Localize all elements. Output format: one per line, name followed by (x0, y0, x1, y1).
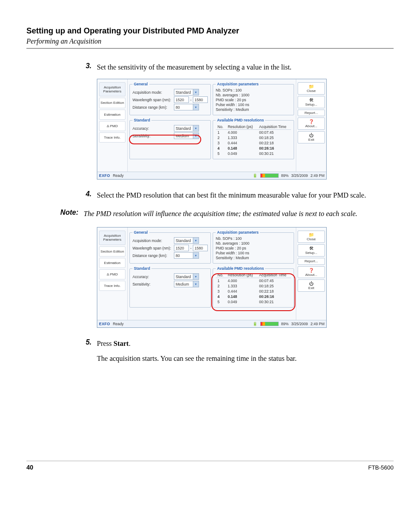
cell: 00:18:25 (258, 283, 291, 289)
button-label: About... (305, 124, 317, 128)
acquisition-parameters-list: Nb. SOPs : 100 Nb. averages : 1000 PMD s… (216, 236, 291, 261)
param-line: Pulse width : 100 ns (216, 103, 291, 107)
button-label: About... (305, 273, 317, 277)
cell: 1 (216, 130, 226, 136)
nav-delta-pmd[interactable]: Δ PMD (99, 269, 125, 279)
legend-acquisition-parameters: Acquisition parameters (216, 82, 260, 86)
combo-distance-range[interactable]: 80 ▾ (174, 104, 199, 110)
step-number: 5. (79, 338, 97, 364)
chevron-down-icon: ▾ (193, 104, 199, 110)
label-distance-range: Distance range (km): (133, 253, 174, 258)
resolutions-table[interactable]: No. Resolution (ps) Acquisition Time 14.… (216, 272, 291, 305)
close-button[interactable]: 📁Close (298, 231, 325, 243)
nav-section-edition[interactable]: Section Edition (99, 98, 125, 108)
combo-value: Medium (174, 282, 193, 286)
input-wavelength-to[interactable]: 1580 (193, 96, 208, 103)
combo-value: 80 (174, 253, 193, 258)
cell: 2 (216, 283, 226, 289)
combo-value: Standard (174, 90, 193, 95)
chevron-down-icon: ▾ (193, 274, 199, 279)
table-row[interactable]: 50.04900:30:21 (216, 151, 291, 156)
input-wavelength-from[interactable]: 1520 (174, 96, 189, 103)
step-number: 3. (79, 62, 97, 73)
report-button[interactable]: Report... (298, 110, 325, 117)
setup-button[interactable]: 🛠Setup... (298, 96, 325, 108)
action-column: 📁Close 🛠Setup... Report... ❓About... ⏻Ex… (296, 79, 326, 172)
cell: 0.444 (226, 289, 257, 294)
about-button[interactable]: ❓About... (298, 266, 325, 279)
status-time: 2:49 PM (310, 173, 324, 178)
status-date: 3/25/2009 (291, 173, 308, 178)
combo-acquisition-mode[interactable]: Standard ▾ (174, 89, 199, 95)
table-row[interactable]: 21.33300:18:25 (216, 283, 291, 289)
app-window: Acquisition Parameters Section Edition E… (97, 227, 327, 328)
table-row[interactable]: 14.00000:07:45 (216, 278, 291, 284)
table-row[interactable]: 30.44400:22:18 (216, 289, 291, 294)
cell: 0.148 (226, 146, 257, 151)
fieldset-standard: Standard Accuracy: Standard ▾ Sensitivit… (129, 118, 211, 159)
cell: 4.000 (226, 130, 257, 136)
label-wavelength-span: Wavelength span (nm): (133, 98, 174, 102)
combo-accuracy[interactable]: Standard▾ (174, 273, 199, 280)
legend-resolutions: Available PMD resolutions (216, 266, 265, 271)
nav-trace-info[interactable]: Trace Info. (99, 132, 125, 143)
col-no: No. (216, 124, 226, 130)
table-row[interactable]: 40.14800:26:16 (216, 294, 291, 299)
status-battery-icon: 🔋 (253, 173, 258, 178)
input-wavelength-from[interactable]: 1520 (174, 245, 189, 251)
report-button[interactable]: Report... (298, 258, 325, 265)
step-after-text: The acquisition starts. You can see the … (97, 353, 394, 364)
status-text: Ready (113, 322, 124, 326)
status-battery-icon: 🔋 (253, 322, 258, 326)
brand-label: EXFO (99, 322, 110, 326)
combo-acquisition-mode[interactable]: Standard▾ (174, 237, 199, 244)
nav-acquisition-parameters[interactable]: Acquisition Parameters (99, 82, 125, 96)
table-row[interactable]: 14.00000:07:45 (216, 130, 291, 136)
table-row[interactable]: 50.04900:30:21 (216, 299, 291, 305)
page-heading: Setting up and Operating your Distribute… (26, 26, 394, 36)
combo-sensitivity[interactable]: Medium ▾ (174, 132, 199, 139)
nav-estimation[interactable]: Estimation (99, 110, 125, 120)
status-text: Ready (113, 173, 124, 178)
about-button[interactable]: ❓About... (298, 117, 325, 130)
combo-value: Standard (174, 238, 193, 243)
question-icon: ❓ (298, 268, 324, 273)
cell: 4 (216, 146, 226, 151)
close-button[interactable]: 📁Close (298, 82, 325, 95)
fieldset-standard: Standard Accuracy: Standard▾ Sensitivity… (129, 266, 211, 308)
power-icon: ⏻ (298, 133, 324, 138)
table-row[interactable]: 30.44400:22:18 (216, 140, 291, 146)
cell: 4.000 (226, 278, 257, 284)
button-label: Exit (308, 138, 314, 142)
exit-button[interactable]: ⏻Exit (298, 131, 325, 143)
exit-button[interactable]: ⏻Exit (298, 279, 325, 292)
legend-acquisition-parameters: Acquisition parameters (216, 230, 260, 235)
fieldset-resolutions: Available PMD resolutions No. Resolution… (213, 118, 294, 159)
nav-delta-pmd[interactable]: Δ PMD (99, 121, 125, 131)
status-bar: EXFO Ready 🔋 89% 3/25/2009 2:49 PM (97, 172, 326, 179)
input-wavelength-to[interactable]: 1580 (193, 245, 208, 251)
param-line: Nb. SOPs : 100 (216, 88, 291, 93)
main-panel: General Acquisition mode: Standard▾ Wave… (128, 227, 296, 320)
cell: 00:07:45 (258, 130, 291, 136)
combo-value: 80 (174, 105, 193, 110)
table-row[interactable]: 21.33300:18:25 (216, 135, 291, 140)
nav-trace-info[interactable]: Trace Info. (99, 281, 125, 291)
combo-distance-range[interactable]: 80▾ (174, 252, 199, 259)
nav-estimation[interactable]: Estimation (99, 258, 125, 268)
nav-acquisition-parameters[interactable]: Acquisition Parameters (99, 231, 125, 245)
cell: 3 (216, 289, 226, 294)
combo-value: Medium (174, 134, 193, 138)
table-row[interactable]: 40.14800:26:16 (216, 146, 291, 151)
combo-accuracy[interactable]: Standard ▾ (174, 125, 199, 132)
cell: 2 (216, 135, 226, 140)
question-icon: ❓ (298, 119, 324, 124)
nav-section-edition[interactable]: Section Edition (99, 246, 125, 257)
folder-icon: 📁 (298, 232, 324, 237)
combo-sensitivity[interactable]: Medium▾ (174, 281, 199, 287)
resolutions-table[interactable]: No. Resolution (ps) Acquisition Time 14.… (216, 124, 291, 156)
acquisition-parameters-list: Nb. SOPs : 100 Nb. averages : 1000 PMD s… (216, 88, 291, 112)
resolutions-rows-a: 14.00000:07:4521.33300:18:2530.44400:22:… (216, 130, 291, 157)
brand-label: EXFO (99, 173, 110, 178)
setup-button[interactable]: 🛠Setup... (298, 244, 325, 257)
